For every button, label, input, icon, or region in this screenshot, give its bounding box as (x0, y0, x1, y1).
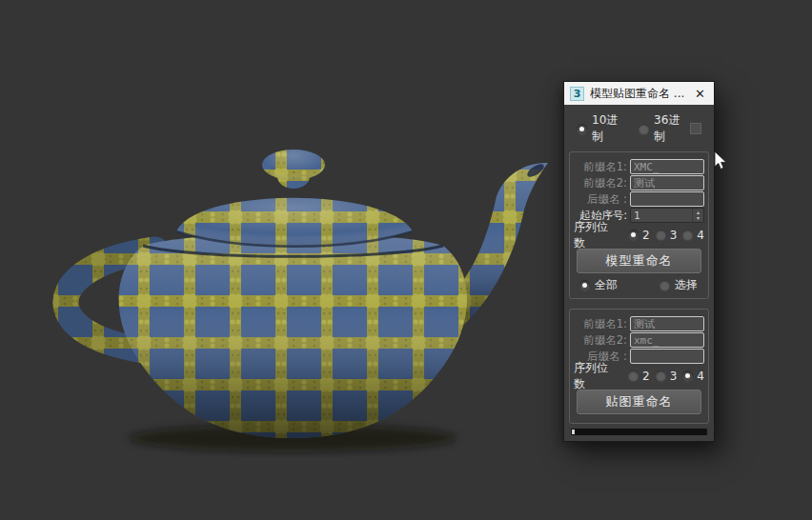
model-digits-row: 序列位数 2 3 4 (574, 227, 704, 243)
digits-4-label: 4 (697, 229, 704, 242)
map-digits-row: 序列位数 2 3 4 (574, 368, 704, 384)
scope-all-label: 全部 (595, 277, 618, 293)
3dsmax-viewport: 3 模型贴图重命名 ... ✕ 10进制 36进制 前缀名1: (0, 0, 812, 520)
spinner-arrows[interactable]: ▴ ▾ (692, 209, 703, 222)
radio-dot-icon (628, 230, 639, 240)
start-number-spinner[interactable]: ▴ ▾ (630, 208, 704, 223)
progress-bar-tick (572, 430, 575, 434)
map-prefix1-row: 前缀名1: (574, 316, 704, 331)
map-prefix2-label: 前缀名2: (574, 333, 630, 348)
prefix1-label: 前缀名1: (574, 160, 630, 174)
radio-decimal[interactable]: 10进制 (577, 112, 628, 145)
radio-dot-icon (682, 370, 693, 381)
dialog-titlebar[interactable]: 3 模型贴图重命名 ... ✕ (564, 82, 714, 105)
map-rename-button[interactable]: 贴图重命名 (577, 390, 701, 414)
teapot-model[interactable] (52, 133, 553, 457)
model-rename-button[interactable]: 模型重命名 (577, 249, 701, 273)
map-prefix2-input[interactable] (630, 332, 704, 348)
suffix-label: 后缀名 : (574, 192, 630, 207)
radio-dot-icon (579, 280, 590, 290)
digits-label: 序列位数 (574, 219, 619, 251)
close-icon[interactable]: ✕ (693, 86, 707, 102)
suffix-row: 后缀名 : (574, 191, 704, 207)
3dsmax-app-icon: 3 (570, 87, 584, 101)
teapot-lid (176, 150, 413, 247)
digits-3-label: 3 (670, 370, 678, 383)
scope-selected-radio[interactable]: 选择 (660, 277, 698, 293)
suffix-input[interactable] (630, 191, 704, 207)
start-number-input[interactable] (631, 209, 692, 222)
dialog-body: 10进制 36进制 前缀名1: 前缀名2: 后缀 (564, 105, 714, 441)
digits-2-label: 2 (642, 229, 650, 242)
prefix2-input[interactable] (630, 175, 704, 190)
scope-row: 全部 选择 (579, 278, 704, 292)
teapot-body (119, 233, 467, 438)
rename-dialog: 3 模型贴图重命名 ... ✕ 10进制 36进制 前缀名1: (563, 81, 715, 442)
radio-dot-icon (660, 280, 670, 290)
radio-dot-icon (577, 124, 587, 134)
map-prefix1-label: 前缀名1: (574, 317, 630, 331)
digits-2-label: 2 (642, 370, 650, 383)
model-digits-4[interactable]: 4 (682, 229, 704, 242)
model-digits-3[interactable]: 3 (656, 229, 678, 242)
prefix2-row: 前缀名2: (574, 175, 704, 190)
prefix2-label: 前缀名2: (574, 176, 630, 190)
map-suffix-input[interactable] (630, 349, 704, 364)
digits-4-label: 4 (697, 370, 704, 383)
scope-selected-label: 选择 (675, 277, 698, 293)
map-digits-4[interactable]: 4 (682, 370, 704, 383)
dialog-title: 模型贴图重命名 ... (590, 86, 687, 102)
map-digits-3[interactable]: 3 (656, 370, 678, 383)
number-system-row: 10进制 36进制 (568, 110, 710, 151)
radio-base36[interactable]: 36进制 (639, 112, 690, 145)
radio-decimal-label: 10进制 (592, 112, 628, 145)
model-digits-2[interactable]: 2 (628, 229, 650, 242)
radio-dot-icon (639, 124, 649, 134)
radio-dot-icon (656, 230, 666, 240)
mouse-cursor-icon (714, 150, 728, 171)
spinner-down-icon[interactable]: ▾ (697, 215, 700, 221)
map-rename-group: 前缀名1: 前缀名2: 后缀名 : 序列位数 2 (569, 309, 709, 424)
radio-dot-icon (628, 370, 639, 381)
digits-3-label: 3 (670, 229, 678, 242)
map-prefix2-row: 前缀名2: (574, 332, 704, 348)
model-rename-group: 前缀名1: 前缀名2: 后缀名 : 起始序号: ▴ (569, 151, 709, 299)
radio-base36-label: 36进制 (654, 112, 690, 145)
radio-dot-icon (682, 230, 693, 240)
map-digits-2[interactable]: 2 (628, 370, 650, 383)
prefix1-row: 前缀名1: (574, 159, 704, 174)
radio-dot-icon (656, 370, 666, 381)
prefix1-input[interactable] (630, 159, 704, 174)
scope-all-radio[interactable]: 全部 (579, 277, 618, 293)
progress-bar (571, 429, 707, 435)
digits-label: 序列位数 (574, 360, 619, 392)
map-prefix1-input[interactable] (630, 316, 704, 331)
misc-checkbox[interactable] (690, 123, 701, 134)
